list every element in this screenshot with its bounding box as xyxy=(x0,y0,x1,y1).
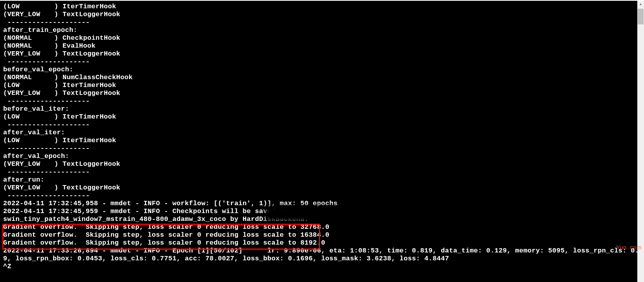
log-overflow: Gradient overflow. Skipping step, loss s… xyxy=(3,223,329,231)
hook-row: (NORMAL) CheckpointHook xyxy=(3,34,120,42)
section-title: after_val_epoch: xyxy=(3,152,69,160)
log-epoch: 9, loss_rpn_bbox: 0.0453, loss_cls: 0.77… xyxy=(3,255,449,262)
hook-separator: -------------------- xyxy=(3,145,94,152)
log-epoch: 2022-04-11 17:33:26,894 - mmdet - INFO -… xyxy=(3,247,644,254)
hook-separator: -------------------- xyxy=(3,121,94,128)
hook-row: (VERY_LOW) TextLoggerHook xyxy=(3,160,120,168)
hook-separator: -------------------- xyxy=(3,168,94,176)
hook-separator: -------------------- xyxy=(3,19,94,26)
log-backend: swin_tiny_patch4_window7_mstrain_480-800… xyxy=(3,215,309,223)
log-checkpoint: 2022-04-11 17:32:45,959 - mmdet - INFO -… xyxy=(3,208,292,215)
section-title: before_val_iter: xyxy=(3,105,69,113)
scrollbar-up-arrow-icon[interactable]: ▲ xyxy=(637,1,644,7)
vertical-scrollbar[interactable]: ▲ xyxy=(637,1,644,282)
hook-row: (VERY_LOW) TextLoggerHook xyxy=(3,184,120,191)
hook-row: (VERY_LOW) TextLoggerHook xyxy=(3,11,120,18)
log-overflow: Gradient overflow. Skipping step, loss s… xyxy=(3,239,325,247)
scrollbar-thumb[interactable] xyxy=(638,9,644,24)
log-overflow: Gradient overflow. Skipping step, loss s… xyxy=(3,231,329,239)
section-title: after_run: xyxy=(3,176,44,184)
hook-row: (LOW) IterTimerHook xyxy=(3,82,116,89)
scrollbar-down-arrow-icon[interactable] xyxy=(637,275,644,282)
log-caret: ^Z xyxy=(3,263,11,270)
hook-separator: -------------------- xyxy=(3,97,94,105)
hook-row: (LOW) IterTimerHook xyxy=(3,113,116,121)
hook-separator: -------------------- xyxy=(3,192,94,199)
hook-row: (LOW) IterTimerHook xyxy=(3,3,116,10)
watermark-text: Yun .com xyxy=(616,243,642,251)
section-title: before_val_epoch: xyxy=(3,66,74,73)
terminal-output[interactable]: (LOW) IterTimerHook (VERY_LOW) TextLogge… xyxy=(0,1,602,273)
hook-separator: -------------------- xyxy=(3,58,94,65)
section-title: after_val_iter: xyxy=(3,129,65,136)
log-workflow: 2022-04-11 17:32:45,958 - mmdet - INFO -… xyxy=(3,200,338,207)
hook-row: (NORMAL) NumClassCheckHook xyxy=(3,74,133,81)
terminal-area: (LOW) IterTimerHook (VERY_LOW) TextLogge… xyxy=(0,1,644,282)
redacted-path xyxy=(268,208,610,219)
hook-row: (VERY_LOW) TextLoggerHook xyxy=(3,50,120,58)
hook-row: (LOW) IterTimerHook xyxy=(3,137,116,144)
section-title: after_train_epoch: xyxy=(3,26,77,34)
hook-row: (VERY_LOW) TextLoggerHook xyxy=(3,89,120,97)
hook-row: (NORMAL) EvalHook xyxy=(3,42,96,50)
